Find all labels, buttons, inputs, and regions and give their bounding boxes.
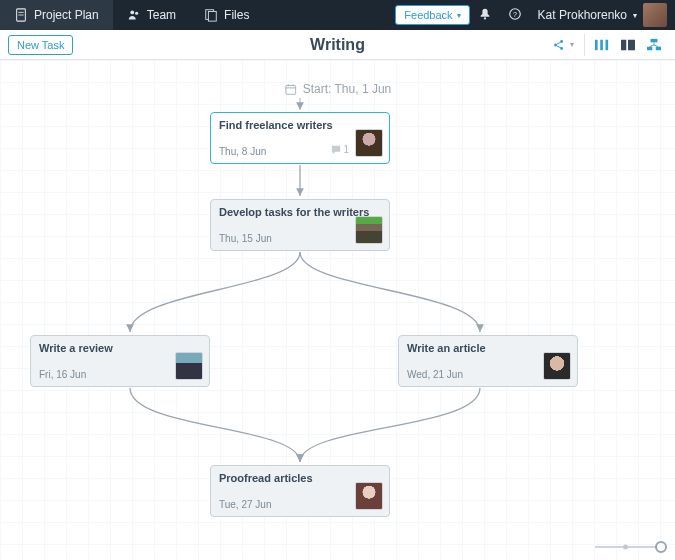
feedback-button[interactable]: Feedback ▾ (395, 5, 469, 25)
nav-tab-label: Files (224, 8, 249, 22)
columns-icon (593, 38, 611, 52)
svg-line-13 (556, 42, 560, 44)
team-icon (127, 8, 141, 22)
user-menu[interactable]: Kat Prokhorenko ▾ (530, 3, 675, 27)
calendar-icon (284, 83, 297, 96)
share-icon (552, 38, 566, 52)
nav-tab-label: Team (147, 8, 176, 22)
share-button[interactable]: ▾ (542, 34, 585, 56)
zoom-step (623, 545, 628, 550)
view-controls: ▾ (542, 34, 675, 56)
svg-rect-21 (647, 46, 652, 50)
zoom-track (595, 546, 665, 548)
avatar (643, 3, 667, 27)
nav-tab-project-plan[interactable]: Project Plan (0, 0, 113, 30)
new-task-button[interactable]: New Task (8, 35, 73, 55)
svg-rect-19 (628, 39, 635, 50)
svg-rect-15 (595, 39, 598, 50)
doc-icon (14, 8, 28, 22)
view-flow-button[interactable] (645, 37, 663, 53)
files-icon (204, 8, 218, 22)
svg-point-4 (135, 12, 138, 15)
assignee-avatar (355, 216, 383, 244)
board-icon (619, 38, 637, 52)
svg-rect-20 (651, 38, 658, 42)
svg-text:?: ? (513, 10, 517, 17)
task-card[interactable]: Develop tasks for the writers Thu, 15 Ju… (210, 199, 390, 251)
zoom-slider[interactable] (595, 540, 665, 554)
svg-point-3 (130, 10, 134, 14)
zoom-handle[interactable] (655, 541, 667, 553)
view-board-button[interactable] (619, 37, 637, 53)
svg-line-25 (654, 45, 658, 47)
svg-rect-28 (285, 85, 295, 94)
user-name: Kat Prokhorenko (538, 8, 627, 22)
top-nav: Project Plan Team Files Feedback ▾ ? Kat… (0, 0, 675, 30)
task-comment-count: 1 (331, 144, 349, 155)
caret-down-icon: ▾ (633, 11, 637, 20)
comment-icon (331, 145, 341, 155)
caret-down-icon: ▾ (570, 40, 574, 49)
assignee-avatar (175, 352, 203, 380)
nav-tab-team[interactable]: Team (113, 0, 190, 30)
assignee-avatar (355, 482, 383, 510)
page-title: Writing (310, 36, 365, 54)
task-card[interactable]: Proofread articles Tue, 27 Jun (210, 465, 390, 517)
flow-canvas[interactable]: Start: Thu, 1 Jun Find freelance writers… (0, 60, 675, 560)
comment-count: 1 (343, 144, 349, 155)
svg-line-24 (650, 45, 654, 47)
help-icon[interactable]: ? (500, 7, 530, 24)
svg-rect-17 (606, 39, 609, 50)
assignee-avatar (543, 352, 571, 380)
svg-line-14 (556, 45, 560, 47)
task-card[interactable]: Write a review Fri, 16 Jun (30, 335, 210, 387)
feedback-label: Feedback (404, 9, 452, 21)
svg-rect-18 (621, 39, 626, 50)
assignee-avatar (355, 129, 383, 157)
view-columns-button[interactable] (593, 37, 611, 53)
caret-down-icon: ▾ (457, 11, 461, 20)
svg-rect-6 (208, 12, 216, 22)
flow-icon (645, 38, 663, 52)
start-label-text: Start: Thu, 1 Jun (303, 82, 392, 96)
svg-rect-22 (656, 46, 661, 50)
task-card[interactable]: Write an article Wed, 21 Jun (398, 335, 578, 387)
nav-tab-files[interactable]: Files (190, 0, 263, 30)
nav-tab-label: Project Plan (34, 8, 99, 22)
start-marker: Start: Thu, 1 Jun (284, 82, 392, 96)
svg-rect-16 (600, 39, 603, 50)
toolbar: New Task Writing ▾ (0, 30, 675, 60)
task-card[interactable]: Find freelance writers Thu, 8 Jun 1 (210, 112, 390, 164)
bell-icon[interactable] (470, 7, 500, 24)
svg-point-7 (483, 17, 485, 19)
